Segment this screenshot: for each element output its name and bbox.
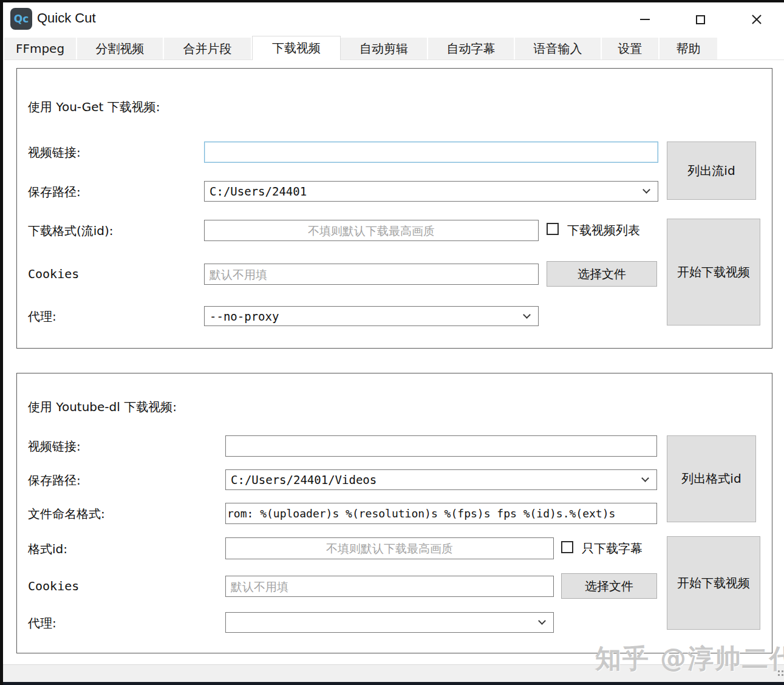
youtube-dl-section-title: 使用 Youtube-dl 下载视频: [28, 399, 177, 415]
you-get-video-link-input[interactable] [204, 141, 658, 163]
save-path-value: C:/Users/24401 [210, 185, 307, 198]
window-title: Quick Cut [37, 10, 96, 26]
download-playlist-checkbox[interactable] [547, 223, 559, 235]
youtube-dl-choose-file-button[interactable]: 选择文件 [561, 573, 657, 599]
resize-grip-icon[interactable] [778, 670, 780, 672]
you-get-choose-file-button[interactable]: 选择文件 [547, 261, 657, 287]
app-logo-icon: Qc [10, 8, 32, 30]
subtitle-only-checkbox[interactable] [561, 541, 573, 553]
close-icon [751, 14, 762, 25]
youtube-dl-video-link-input[interactable] [225, 435, 657, 457]
app-window: Qc Quick Cut FFmpeg 分割视频 合并片段 下载视频 自动剪辑 … [0, 0, 784, 685]
tab-settings[interactable]: 设置 [602, 38, 660, 60]
proxy-value: --no-proxy [210, 310, 279, 323]
tab-help[interactable]: 帮助 [660, 38, 718, 60]
download-format-label: 下载格式(流id): [28, 223, 114, 239]
you-get-format-input[interactable] [204, 220, 539, 241]
youtube-dl-cookies-input[interactable] [225, 576, 554, 597]
filename-format-label: 文件命名格式: [28, 506, 105, 522]
youtube-dl-save-path-combobox[interactable]: C:/Users/24401/Videos [225, 469, 657, 490]
video-link-label: 视频链接: [28, 145, 81, 161]
list-stream-id-button[interactable]: 列出流id [667, 141, 756, 200]
maximize-button[interactable] [686, 7, 714, 32]
tab-auto-cut[interactable]: 自动剪辑 [341, 38, 428, 60]
video-link-label: 视频链接: [28, 438, 81, 455]
bottom-edge-bar [3, 682, 784, 685]
tab-auto-subtitle[interactable]: 自动字幕 [428, 38, 515, 60]
tab-split-video[interactable]: 分割视频 [77, 38, 164, 60]
you-get-groupbox: 使用 You-Get 下载视频: 视频链接: 保存路径: C:/Users/24… [16, 68, 772, 349]
format-id-label: 格式id: [28, 541, 67, 557]
maximize-icon [696, 15, 705, 24]
proxy-label: 代理: [28, 615, 56, 632]
tab-bar: FFmpeg 分割视频 合并片段 下载视频 自动剪辑 自动字幕 语音输入 设置 … [4, 38, 784, 60]
cookies-label: Cookies [28, 579, 79, 593]
you-get-proxy-combobox[interactable]: --no-proxy [204, 306, 539, 326]
chevron-down-icon [538, 617, 546, 625]
close-button[interactable] [743, 7, 771, 32]
you-get-save-path-combobox[interactable]: C:/Users/24401 [204, 181, 658, 202]
youtube-dl-start-download-button[interactable]: 开始下载视频 [667, 536, 760, 630]
tab-download-video[interactable]: 下载视频 [252, 36, 341, 60]
download-playlist-label: 下载视频列表 [567, 222, 640, 239]
format-id-input[interactable] [225, 537, 554, 559]
chevron-down-icon [523, 311, 531, 319]
minimize-icon [640, 19, 650, 20]
chevron-down-icon [641, 474, 649, 482]
title-bar: Qc Quick Cut [3, 2, 784, 38]
save-path-label: 保存路径: [28, 184, 81, 200]
tab-merge-clips[interactable]: 合并片段 [164, 38, 252, 60]
you-get-section-title: 使用 You-Get 下载视频: [28, 99, 160, 115]
tab-ffmpeg[interactable]: FFmpeg [4, 38, 77, 60]
list-format-id-button[interactable]: 列出格式id [667, 435, 756, 522]
filename-format-input[interactable] [225, 503, 657, 524]
status-bar [3, 664, 784, 682]
tab-voice-input[interactable]: 语音输入 [515, 38, 602, 60]
save-path-value: C:/Users/24401/Videos [231, 473, 377, 486]
cookies-label: Cookies [28, 267, 79, 281]
proxy-label: 代理: [28, 308, 56, 325]
save-path-label: 保存路径: [28, 472, 81, 489]
minimize-button[interactable] [631, 7, 659, 32]
youtube-dl-proxy-combobox[interactable] [225, 612, 554, 633]
you-get-cookies-input[interactable] [204, 264, 539, 285]
subtitle-only-label: 只下载字幕 [582, 540, 643, 557]
chevron-down-icon [643, 186, 650, 194]
you-get-start-download-button[interactable]: 开始下载视频 [667, 219, 760, 325]
youtube-dl-groupbox: 使用 Youtube-dl 下载视频: 视频链接: 保存路径: C:/Users… [16, 373, 772, 653]
